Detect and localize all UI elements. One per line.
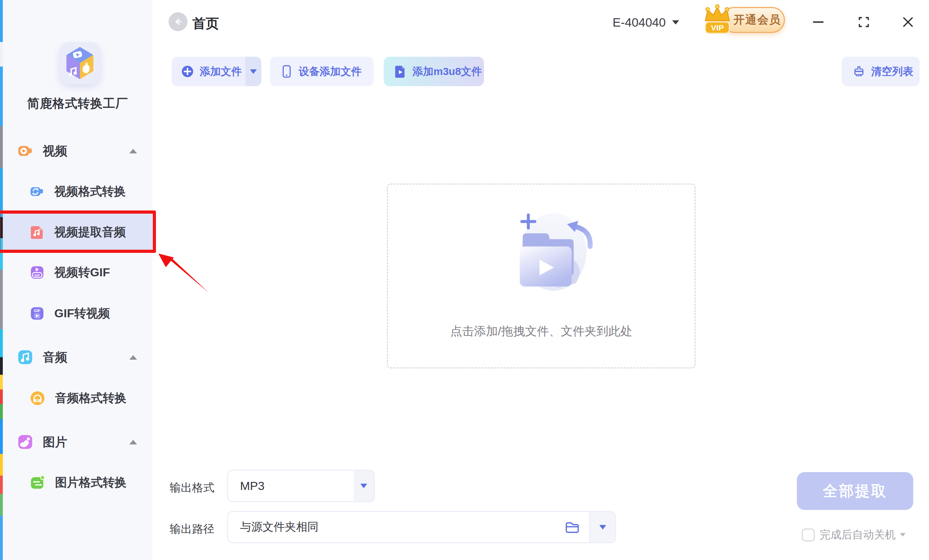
shutdown-checkbox[interactable] xyxy=(802,528,815,542)
maximize-button[interactable] xyxy=(855,13,872,31)
maximize-icon xyxy=(857,16,870,28)
shutdown-label: 完成后自动关机 xyxy=(820,528,896,542)
collapse-up-icon[interactable] xyxy=(129,149,137,153)
sidebar-item-video-convert[interactable]: 视频格式转换 xyxy=(3,181,152,202)
add-file-dropdown-button[interactable] xyxy=(245,57,261,86)
chevron-down-icon xyxy=(672,20,679,24)
minimize-button[interactable] xyxy=(809,13,827,31)
sidebar-item-label: 图片格式转换 xyxy=(55,474,127,491)
app-window: 简鹿格式转换工厂 视频 xyxy=(0,0,929,560)
app-logo xyxy=(59,42,101,84)
sidebar-item-label: 视频格式转换 xyxy=(54,184,126,200)
image-convert-icon xyxy=(30,475,45,490)
back-arrow-icon xyxy=(173,17,183,27)
video-convert-icon xyxy=(30,184,44,199)
vip-membership-button[interactable]: 开通会员 VIP xyxy=(701,4,785,37)
output-path-value: 与源文件夹相同 xyxy=(240,519,564,535)
folder-icon xyxy=(564,520,580,534)
sidebar-item-video-to-gif[interactable]: GIF 视频转GIF xyxy=(3,262,152,283)
sidebar-section-audio[interactable]: 音频 xyxy=(3,347,152,367)
add-m3u8-label: 添加m3u8文件 xyxy=(412,64,482,79)
output-format-arrow-segment[interactable] xyxy=(354,471,374,501)
vip-label: 开通会员 xyxy=(733,12,781,28)
svg-text:GIF: GIF xyxy=(34,309,40,313)
close-icon xyxy=(902,16,914,28)
sidebar-section-image[interactable]: 图片 xyxy=(3,432,152,452)
sidebar-item-label: 音频格式转换 xyxy=(55,390,127,406)
output-path-dropdown[interactable] xyxy=(589,512,615,542)
audio-section-icon xyxy=(17,349,33,365)
close-button[interactable] xyxy=(899,13,917,31)
chevron-down-icon xyxy=(900,533,906,537)
video-section-icon xyxy=(17,143,33,159)
sidebar-section-label: 图片 xyxy=(43,434,67,450)
dropdown-arrow-icon xyxy=(360,483,367,488)
add-folder-illustration xyxy=(489,206,595,304)
clear-list-label: 清空列表 xyxy=(871,64,913,79)
collapse-up-icon[interactable] xyxy=(129,440,137,444)
sidebar-item-video-extract-audio[interactable]: 视频提取音频 xyxy=(3,214,152,250)
sidebar: 简鹿格式转换工厂 视频 xyxy=(3,0,152,560)
sidebar-item-audio-convert[interactable]: 音频格式转换 xyxy=(3,388,152,409)
app-name: 简鹿格式转换工厂 xyxy=(3,95,152,112)
account-id-dropdown[interactable]: E-404040 xyxy=(613,15,679,29)
add-m3u8-button[interactable]: 添加m3u8文件 xyxy=(384,57,484,86)
sidebar-section-video[interactable]: 视频 xyxy=(3,141,152,161)
app-logo-cube-icon xyxy=(63,46,97,81)
annotation-arrow xyxy=(151,242,221,298)
shutdown-after-option[interactable]: 完成后自动关机 xyxy=(802,528,906,542)
output-format-label: 输出格式 xyxy=(170,480,215,496)
sidebar-item-gif-to-video[interactable]: GIF GIF转视频 xyxy=(3,303,152,324)
plus-circle-icon xyxy=(181,65,194,78)
svg-text:VIP: VIP xyxy=(711,23,724,32)
image-section-icon xyxy=(17,434,33,450)
extract-all-button[interactable]: 全部提取 xyxy=(797,472,913,510)
back-button[interactable] xyxy=(169,12,187,31)
vip-crown-icon: VIP xyxy=(698,2,737,38)
dropdown-arrow-icon xyxy=(250,69,257,74)
sidebar-item-label: 视频转GIF xyxy=(54,265,110,280)
drop-zone-hint: 点击添加/拖拽文件、文件夹到此处 xyxy=(388,323,694,340)
audio-convert-icon xyxy=(30,390,45,406)
sidebar-item-image-convert[interactable]: 图片格式转换 xyxy=(3,473,152,493)
output-path-label: 输出路径 xyxy=(170,522,215,537)
clear-list-button[interactable]: 清空列表 xyxy=(842,57,920,86)
file-drop-zone[interactable]: 点击添加/拖拽文件、文件夹到此处 xyxy=(387,184,696,369)
sidebar-item-label: GIF转视频 xyxy=(54,305,110,321)
broom-icon xyxy=(852,65,866,78)
sidebar-section-label: 音频 xyxy=(43,349,67,366)
collapse-up-icon[interactable] xyxy=(129,355,137,360)
svg-text:GIF: GIF xyxy=(34,273,40,277)
sidebar-item-label: 视频提取音频 xyxy=(54,224,126,240)
account-id: E-404040 xyxy=(613,15,666,29)
gif-to-video-icon: GIF xyxy=(30,306,44,321)
audio-extract-icon xyxy=(30,225,44,240)
minimize-icon xyxy=(812,16,824,28)
phone-icon xyxy=(281,64,293,78)
add-file-button[interactable]: 添加文件 xyxy=(172,57,245,86)
m3u8-file-icon xyxy=(394,64,407,78)
output-format-select[interactable]: MP3 xyxy=(227,470,375,502)
browse-folder-button[interactable] xyxy=(564,520,580,534)
sidebar-section-label: 视频 xyxy=(43,143,67,159)
output-format-value: MP3 xyxy=(240,479,354,493)
device-add-file-button[interactable]: 设备添加文件 xyxy=(270,57,374,86)
dropdown-arrow-icon xyxy=(599,525,606,529)
device-add-file-label: 设备添加文件 xyxy=(299,64,362,79)
add-file-label: 添加文件 xyxy=(200,64,242,79)
page-title: 首页 xyxy=(192,15,219,32)
video-to-gif-icon: GIF xyxy=(30,265,44,280)
output-path-field[interactable]: 与源文件夹相同 xyxy=(227,511,616,543)
background-window-edge xyxy=(0,0,3,560)
